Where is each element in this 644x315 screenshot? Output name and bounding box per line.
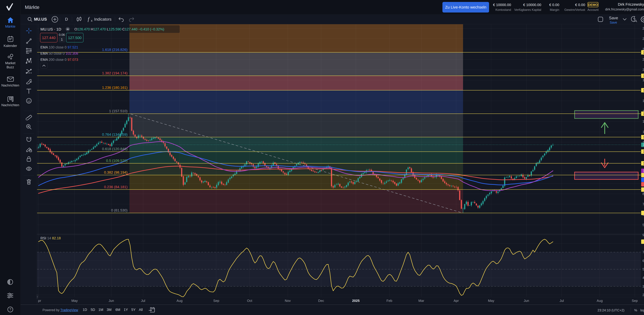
- svg-text:?: ?: [9, 307, 11, 311]
